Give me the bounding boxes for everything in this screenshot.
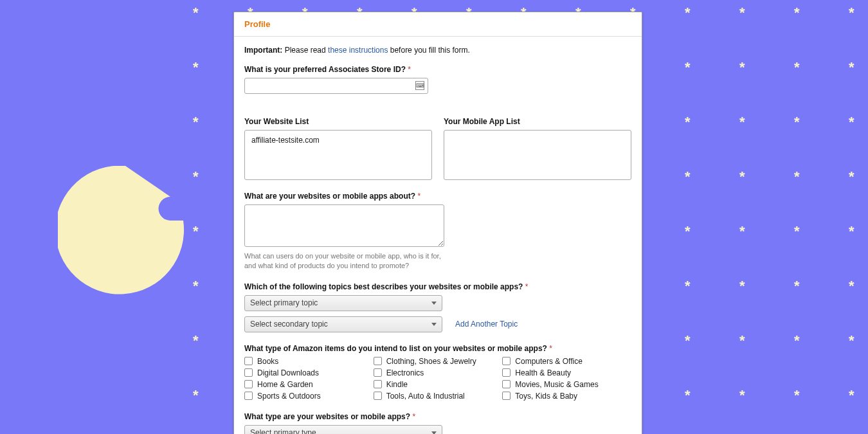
important-text-before: Please read [282,46,328,55]
secondary-topic-select[interactable]: Select secondary topic [244,316,442,332]
primary-type-value: Select primary type [250,428,316,434]
checkbox[interactable] [244,368,253,377]
decorative-asterisk: * [849,168,854,185]
checkbox[interactable] [374,392,382,400]
primary-topic-row: Select primary topic [244,295,631,311]
decorative-asterisk: * [849,223,854,240]
decorative-asterisk: * [193,278,199,294]
checkbox[interactable] [502,392,511,400]
site-types-section: What type are your websites or mobile ap… [244,412,631,434]
mobile-app-list-col: Your Mobile App List [444,117,631,180]
checkbox[interactable] [374,357,382,365]
profile-form-panel: Profile Important: Please read these ins… [233,12,642,434]
required-marker: * [549,344,552,353]
decorative-asterisk: * [849,59,854,76]
decorative-asterisk: * [685,387,691,404]
decorative-asterisk: * [685,59,691,76]
decorative-asterisk: * [685,168,691,185]
decorative-asterisk: * [849,114,854,131]
primary-topic-select[interactable]: Select primary topic [244,295,442,311]
chevron-down-icon [431,302,437,305]
decorative-asterisk: * [685,5,691,21]
item-type-option: Tools, Auto & Industrial [374,392,503,401]
keyboard-icon: ⌨ [415,81,424,90]
item-type-label: Health & Beauty [515,368,571,377]
decorative-asterisk: * [794,223,800,240]
decorative-asterisk: * [794,59,800,76]
item-type-label: Computers & Office [515,357,582,366]
item-type-option: Health & Beauty [502,368,631,377]
decorative-asterisk: * [794,332,800,349]
checkbox[interactable] [502,368,511,377]
site-types-label: What type are your websites or mobile ap… [244,412,631,421]
checkbox[interactable] [244,357,253,365]
decorative-asterisk: * [193,332,199,349]
decorative-asterisk: * [193,223,199,240]
decorative-asterisk: * [739,223,745,240]
decorative-asterisk: * [193,5,199,21]
checkbox[interactable] [244,380,253,388]
item-type-label: Books [257,357,278,366]
store-id-label-text: What is your preferred Associates Store … [244,65,408,74]
decorative-asterisk: * [193,168,199,185]
decorative-asterisk: * [193,387,199,404]
topics-label: Which of the following topics best descr… [244,282,631,291]
item-type-label: Home & Garden [257,380,313,389]
about-section: What are your websites or mobile apps ab… [244,192,631,271]
required-marker: * [525,282,529,291]
topics-label-text: Which of the following topics best descr… [244,282,525,291]
item-type-option: Movies, Music & Games [502,380,631,389]
decorative-asterisk: * [685,223,691,240]
item-type-option: Electronics [374,368,503,377]
checkbox[interactable] [374,380,382,388]
item-type-label: Electronics [386,368,424,377]
decorative-asterisk: * [794,387,800,404]
decorative-asterisk: * [849,5,854,21]
required-marker: * [408,65,411,74]
item-type-label: Movies, Music & Games [515,380,598,389]
about-hint: What can users do on your website or mob… [244,251,450,271]
decorative-asterisk: * [849,387,854,404]
item-type-option: Digital Downloads [244,368,374,377]
about-label-text: What are your websites or mobile apps ab… [244,192,417,201]
item-types-section: What type of Amazon items do you intend … [244,344,631,401]
chevron-down-icon [431,323,437,326]
checkbox[interactable] [374,368,382,377]
primary-type-select[interactable]: Select primary type [244,425,442,434]
decorative-asterisk: * [685,114,691,131]
instructions-link[interactable]: these instructions [328,46,388,55]
website-list-label: Your Website List [244,117,432,126]
item-type-option: Toys, Kids & Baby [502,392,631,401]
decorative-asterisk: * [685,332,691,349]
decorative-asterisk: * [193,114,199,131]
panel-title: Profile [234,12,642,37]
store-id-input[interactable] [244,78,428,94]
about-label: What are your websites or mobile apps ab… [244,192,631,201]
website-list-col: Your Website List affiliate-testsite.com [244,117,432,180]
decorative-asterisk: * [739,278,745,294]
decorative-asterisk: * [685,278,691,294]
required-marker: * [417,192,420,201]
item-type-option: Computers & Office [502,357,631,366]
primary-topic-value: Select primary topic [250,298,318,307]
about-textarea[interactable] [244,204,444,247]
item-type-label: Toys, Kids & Baby [515,392,577,401]
checkbox[interactable] [502,380,511,388]
checkbox[interactable] [244,392,253,400]
mobile-app-list-box[interactable] [444,130,631,180]
decorative-asterisk: * [849,332,854,349]
item-types-label-text: What type of Amazon items do you intend … [244,344,549,353]
checkbox[interactable] [502,357,511,365]
decorative-shell-shape [58,166,193,291]
important-label: Important: [244,46,282,55]
item-type-label: Digital Downloads [257,368,319,377]
website-list-box[interactable]: affiliate-testsite.com [244,130,432,180]
mobile-app-list-label: Your Mobile App List [444,117,631,126]
chevron-down-icon [431,431,437,434]
add-topic-link[interactable]: Add Another Topic [455,320,518,329]
secondary-topic-row: Select secondary topic Add Another Topic [244,316,631,332]
decorative-asterisk: * [794,5,800,21]
item-types-grid: BooksClothing, Shoes & JewelryComputers … [244,357,631,401]
item-type-option: Sports & Outdoors [244,392,374,401]
store-id-section: What is your preferred Associates Store … [244,65,631,105]
